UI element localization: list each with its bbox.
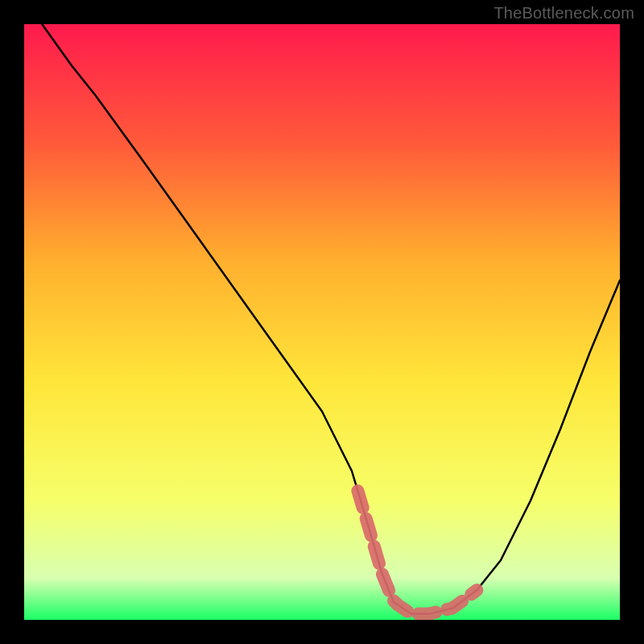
chart-background: [24, 24, 620, 620]
chart-plot-area: [24, 24, 620, 620]
watermark-text: TheBottleneck.com: [493, 4, 634, 23]
chart-svg: [24, 24, 620, 620]
chart-frame: TheBottleneck.com: [0, 0, 644, 644]
